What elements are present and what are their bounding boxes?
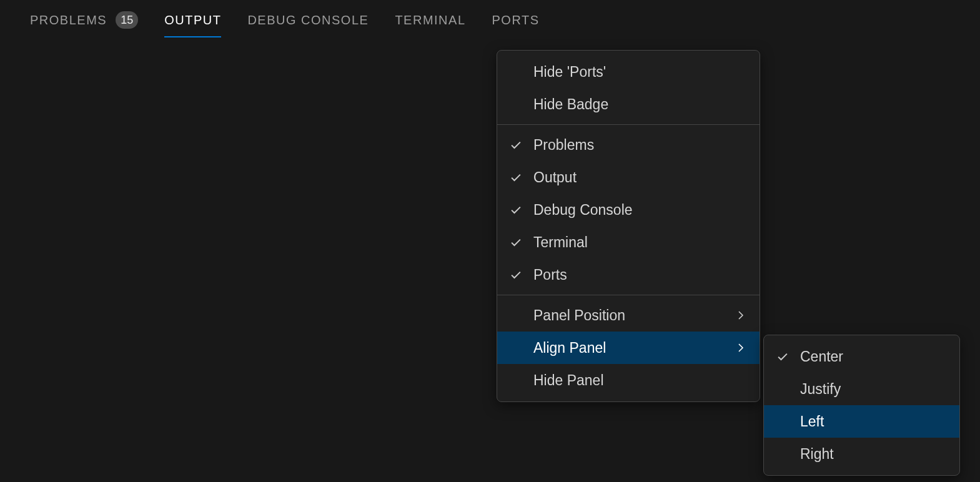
menu-item-label: Output xyxy=(533,169,747,186)
check-icon xyxy=(510,236,531,248)
tab-label: TERMINAL xyxy=(395,13,465,27)
submenu-align-justify[interactable]: Justify xyxy=(764,373,959,405)
menu-item-label: Align Panel xyxy=(533,340,732,357)
menu-item-label: Hide Badge xyxy=(533,96,747,113)
menu-item-label: Center xyxy=(800,348,947,365)
align-panel-submenu: Center Justify Left Right xyxy=(763,335,960,476)
tab-problems[interactable]: PROBLEMS 15 xyxy=(30,11,138,39)
menu-item-label: Hide 'Ports' xyxy=(533,64,747,81)
menu-separator xyxy=(497,295,760,295)
tab-output[interactable]: OUTPUT xyxy=(164,13,221,37)
submenu-align-center[interactable]: Center xyxy=(764,340,959,373)
tab-terminal[interactable]: TERMINAL xyxy=(395,13,465,37)
tab-debug-console[interactable]: DEBUG CONSOLE xyxy=(247,13,369,37)
menu-hide-panel[interactable]: Hide Panel xyxy=(497,364,760,396)
check-icon xyxy=(510,139,531,151)
menu-panel-position[interactable]: Panel Position xyxy=(497,299,760,332)
menu-item-label: Justify xyxy=(800,381,947,398)
panel-tab-bar: PROBLEMS 15 OUTPUT DEBUG CONSOLE TERMINA… xyxy=(0,0,980,40)
menu-hide-ports[interactable]: Hide 'Ports' xyxy=(497,56,760,88)
menu-item-label: Ports xyxy=(533,267,747,283)
chevron-right-icon xyxy=(735,342,747,354)
panel-context-menu: Hide 'Ports' Hide Badge Problems Output … xyxy=(497,50,760,402)
tab-label: OUTPUT xyxy=(164,13,221,27)
chevron-right-icon xyxy=(735,309,747,322)
check-icon xyxy=(776,350,798,363)
menu-separator xyxy=(497,124,760,125)
menu-toggle-output[interactable]: Output xyxy=(497,161,760,194)
submenu-align-right[interactable]: Right xyxy=(764,438,959,470)
menu-item-label: Terminal xyxy=(533,234,747,251)
tab-label: PROBLEMS xyxy=(30,13,107,27)
menu-item-label: Panel Position xyxy=(533,307,732,324)
check-icon xyxy=(510,268,531,281)
menu-item-label: Debug Console xyxy=(533,202,747,219)
tab-label: PORTS xyxy=(492,13,540,27)
menu-item-label: Hide Panel xyxy=(533,372,747,389)
menu-toggle-problems[interactable]: Problems xyxy=(497,129,760,161)
submenu-align-left[interactable]: Left xyxy=(764,405,959,438)
tab-ports[interactable]: PORTS xyxy=(492,13,540,37)
menu-toggle-terminal[interactable]: Terminal xyxy=(497,226,760,258)
check-icon xyxy=(510,171,531,184)
menu-toggle-ports[interactable]: Ports xyxy=(497,258,760,291)
menu-item-label: Left xyxy=(800,413,947,430)
menu-item-label: Problems xyxy=(533,137,747,154)
menu-item-label: Right xyxy=(800,446,947,463)
menu-align-panel[interactable]: Align Panel xyxy=(497,332,760,364)
menu-toggle-debug-console[interactable]: Debug Console xyxy=(497,194,760,226)
problems-count-badge: 15 xyxy=(116,11,138,29)
tab-label: DEBUG CONSOLE xyxy=(247,13,369,27)
menu-hide-badge[interactable]: Hide Badge xyxy=(497,88,760,120)
check-icon xyxy=(510,204,531,216)
